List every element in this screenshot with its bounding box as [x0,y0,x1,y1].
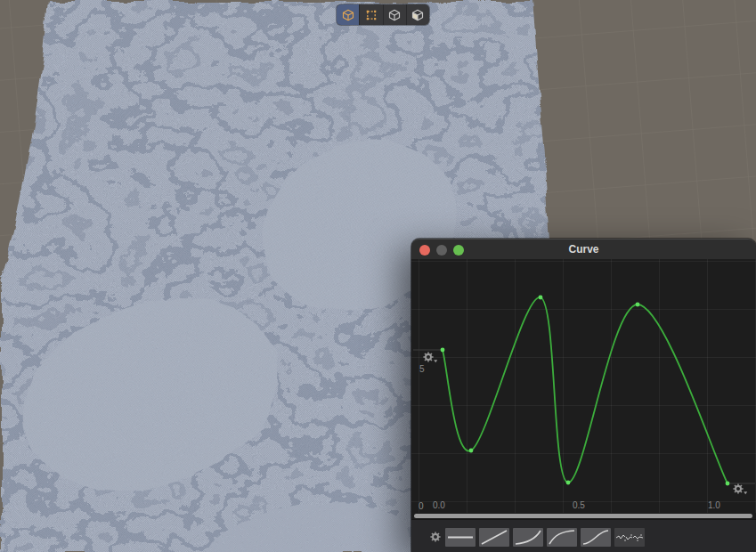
preset-gear-button[interactable] [429,531,442,543]
y-axis-label-bottom: 0 [419,501,424,512]
preset-toolbar [411,519,756,552]
preset-ease-in-button[interactable] [513,528,543,547]
viewport-display-toolbar [337,4,429,25]
window-titlebar[interactable]: Curve [411,239,756,259]
solid-face-cube-icon [411,9,424,21]
curve-plot-area[interactable] [411,259,756,513]
s-curve-icon [581,528,611,547]
wireframe-cube-icon [388,9,401,21]
preset-noise-button[interactable] [614,528,645,547]
noise-curve-icon [614,528,645,547]
bounding-box-icon [365,9,378,21]
x-tick-05: 0.5 [573,500,585,511]
ease-out-curve-icon [547,528,577,547]
curve-control-point[interactable] [469,449,474,453]
curve-control-point[interactable] [726,482,730,486]
shaded-view-button[interactable] [337,4,360,25]
curve-control-point[interactable] [636,303,640,307]
curve-control-point[interactable] [539,296,543,300]
x-tick-1: 1.0 [708,500,720,511]
preset-ease-out-button[interactable] [547,528,577,547]
shaded-cube-icon [342,9,354,21]
curve-control-point[interactable] [441,348,445,353]
ease-in-curve-icon [513,528,543,547]
curve-control-point[interactable] [566,481,571,485]
preset-s-curve-button[interactable] [581,528,611,547]
zoom-button[interactable] [453,245,464,256]
preset-linear-button[interactable] [479,528,509,547]
solid-view-button[interactable] [407,4,429,25]
flat-curve-icon [445,528,476,547]
curve-scroll-track [411,513,756,519]
curve-scrollbar[interactable] [414,514,752,518]
x-tick-0: 0.0 [433,500,445,511]
linear-curve-icon [479,528,509,547]
close-button[interactable] [419,245,430,256]
bounding-box-view-button[interactable] [360,4,383,25]
y-axis-label-top: 5 [419,364,425,375]
minimize-button[interactable] [436,245,447,256]
preset-flat-button[interactable] [445,528,476,547]
wireframe-view-button[interactable] [384,4,407,25]
curve-window: Curve 5 0 0.0 0.5 1.0 [411,239,756,552]
app-window: Curve 5 0 0.0 0.5 1.0 [0,0,756,552]
